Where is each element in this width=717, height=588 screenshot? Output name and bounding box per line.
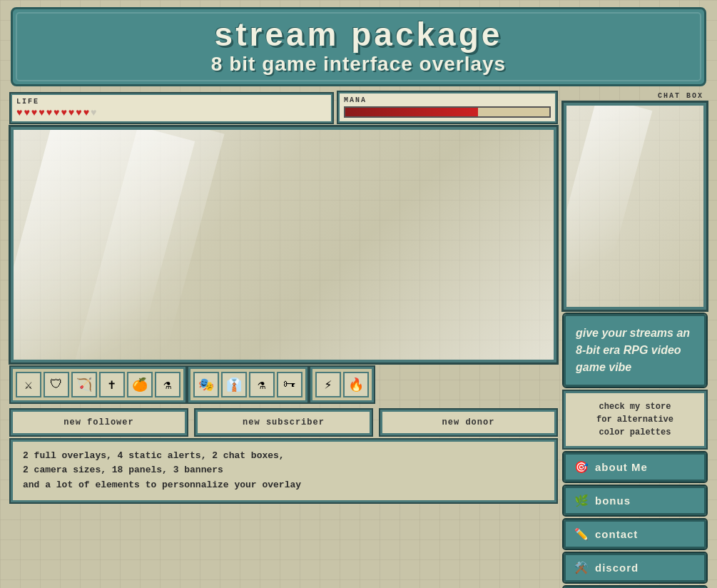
about-me-button[interactable]: 🎯 about Me [564,452,706,482]
contact-label: contact [595,528,638,540]
contact-button[interactable]: ✏️ contact [564,519,706,549]
discord-button[interactable]: ⚒️ discord [564,553,706,582]
heart-5: ♥ [54,108,59,118]
mana-bar-bg [344,106,551,118]
heart-0: ♥ [16,108,22,118]
chat-box-label: CHAT BOX [564,92,706,100]
items-bar: ⚔🛡🏹✝🍊⚗ 🎭👔⚗🗝 ⚡🔥 [11,367,556,402]
bonus-icon: 🌿 [574,494,589,507]
stats-bars: LIFE ♥♥♥♥♥♥♥♥♥♥♥ MANA [11,92,556,123]
left-section: LIFE ♥♥♥♥♥♥♥♥♥♥♥ MANA ⚔🛡🏹✝🍊⚗ 🎭👔⚗🗝 ⚡🔥 new [11,92,556,588]
screen-shine2 [31,127,224,363]
new-subscriber-btn[interactable]: new subscriber [195,410,372,435]
heart-1: ♥ [24,108,29,118]
game-screen [11,127,556,363]
vibe-text: give your streams an 8-bit era RPG video… [564,314,706,387]
about-me-label: about Me [595,461,648,473]
heart-7: ♥ [68,108,74,118]
alerts-row: new follower new subscriber new donor [11,410,556,435]
heart-3: ♥ [39,108,44,118]
heart-9: ♥ [83,108,89,118]
mana-bar-fill [345,108,478,116]
heart-8: ♥ [76,108,81,118]
mana-bar: MANA [338,92,556,123]
heart-4: ♥ [46,108,52,118]
heart-6: ♥ [61,108,66,118]
subtitle: 8 bit game interface overlays [27,53,690,76]
discord-icon: ⚒️ [574,561,589,574]
chat-box [564,103,706,310]
item-slot-3[interactable]: 🗝 [277,372,302,397]
info-text: 2 full overlays, 4 static alerts, 2 chat… [11,440,556,502]
discord-label: discord [595,562,639,574]
items-group-2: 🎭👔⚗🗝 [188,367,307,402]
item-slot-1[interactable]: 🛡 [44,372,69,397]
main-content: LIFE ♥♥♥♥♥♥♥♥♥♥♥ MANA ⚔🛡🏹✝🍊⚗ 🎭👔⚗🗝 ⚡🔥 new [11,92,706,588]
life-label: LIFE [16,98,327,106]
heart-10: ♥ [91,108,96,118]
life-bar: LIFE ♥♥♥♥♥♥♥♥♥♥♥ [11,93,332,123]
chat-shine [564,103,652,310]
screen-shine [11,127,195,363]
item-slot-2[interactable]: 🏹 [71,372,97,397]
hearts-row: ♥♥♥♥♥♥♥♥♥♥♥ [16,108,327,118]
item-slot-0[interactable]: 🎭 [193,372,219,397]
item-slot-3[interactable]: ✝ [99,372,125,397]
items-group-3: ⚡🔥 [310,367,374,402]
items-group-1: ⚔🛡🏹✝🍊⚗ [11,367,185,402]
main-title: stream package [27,16,690,53]
new-donor-btn[interactable]: new donor [380,410,556,435]
item-slot-4[interactable]: 🍊 [127,372,153,397]
bonus-button[interactable]: 🌿 bonus [564,486,706,515]
right-section: CHAT BOX give your streams an 8-bit era … [564,92,706,588]
item-slot-2[interactable]: ⚗ [249,372,275,397]
new-follower-btn[interactable]: new follower [11,410,187,435]
about-me-icon: 🎯 [574,460,589,474]
item-slot-0[interactable]: ⚔ [16,372,41,397]
item-slot-0[interactable]: ⚡ [315,372,341,397]
check-store: check my storefor alternativecolor palet… [564,391,706,448]
mana-label: MANA [344,96,551,104]
item-slot-5[interactable]: ⚗ [155,372,180,397]
heart-2: ♥ [31,108,37,118]
contact-icon: ✏️ [574,527,589,541]
bonus-label: bonus [595,495,631,507]
header-banner: stream package 8 bit game interface over… [11,7,706,86]
chat-area: CHAT BOX [564,92,706,310]
item-slot-1[interactable]: 👔 [221,372,247,397]
item-slot-1[interactable]: 🔥 [343,372,369,397]
